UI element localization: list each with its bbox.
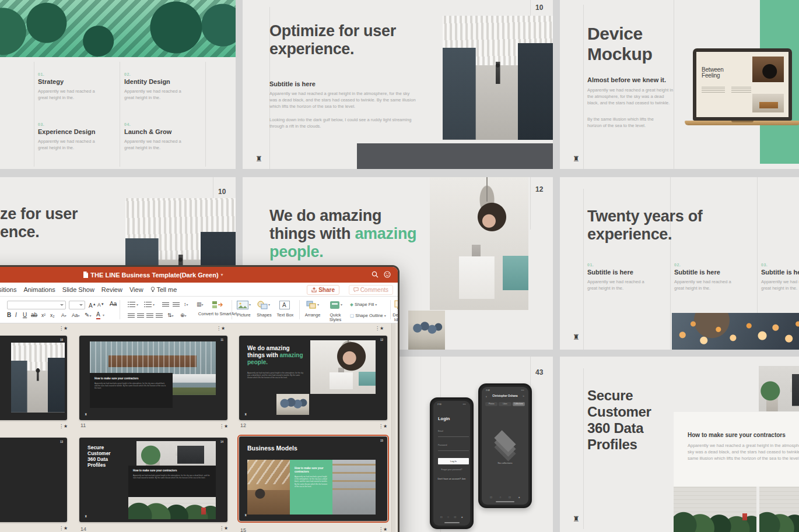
content-panel: How to make sure your contractors Appare… (674, 412, 799, 487)
subscript-button[interactable]: x₂ (50, 312, 55, 319)
slide-thumbnail-12[interactable]: We do amazing things with amazing people… (239, 336, 387, 420)
slide-thumbnail-11[interactable]: How to make sure your contractors Appare… (79, 336, 227, 420)
quick-styles-label[interactable]: Quick Styles (325, 313, 346, 322)
meeting-photo-green (0, 0, 236, 57)
character-spacing-button[interactable]: A▾ (61, 312, 66, 319)
shape-fill-button[interactable]: ◆ Shape Fill ▾ (350, 302, 377, 307)
quick-styles-caret[interactable]: ▾ (341, 302, 342, 306)
bullets-button[interactable] (128, 301, 135, 307)
slide-thumbnail-10[interactable]: 10 (0, 336, 67, 420)
bold-button[interactable]: B (7, 312, 11, 319)
tab-review[interactable]: Review (101, 283, 122, 297)
shrink-font-button[interactable]: A▼ (97, 301, 104, 308)
thumb-office-photo (247, 460, 290, 515)
underline-button[interactable]: U (23, 312, 27, 319)
column-number: 03. (761, 263, 799, 267)
shape-outline-button[interactable]: ▢ Shape Outline ▾ (350, 313, 386, 318)
font-color-caret[interactable]: ▾ (103, 313, 104, 317)
italic-button[interactable]: I (15, 312, 17, 319)
chevron-down-icon[interactable]: ▾ (221, 272, 223, 277)
align-center-button[interactable] (137, 312, 144, 318)
thumb-title: SecureCustomer 360 DataProfiles (87, 445, 111, 468)
tab-animations[interactable]: Animations (23, 283, 55, 297)
slide-thumbnail-14[interactable]: SecureCustomer 360 DataProfiles How to m… (79, 438, 227, 522)
numbering-caret[interactable]: ▾ (153, 302, 155, 306)
tab-view[interactable]: View (129, 283, 143, 297)
clear-formatting-button[interactable]: Aa (110, 301, 117, 308)
font-size-combo[interactable] (69, 301, 85, 309)
align-text-button[interactable]: ⊕▾ (180, 312, 187, 319)
status-icons: ▪▪▪ (521, 389, 524, 392)
slide-thumbnail-15-selected[interactable]: Business Models How to make sure your co… (239, 436, 387, 521)
add-icon: □ (454, 515, 456, 519)
decrease-indent-button[interactable] (162, 301, 169, 306)
page-number: 10 (535, 3, 543, 12)
slide-strategy: 01. Strategy Apparently we had reached a… (0, 0, 236, 169)
picture-icon[interactable] (237, 301, 248, 309)
feature-number: 01. (38, 72, 109, 76)
slide-sorter[interactable]: ⋮★ ⋮★ ⋮★ 10 ⋮★ How to make sure your con… (0, 323, 398, 532)
smartart-icon[interactable] (212, 300, 223, 309)
highlight-button[interactable]: ✎▾ (85, 312, 91, 319)
arrange-label[interactable]: Arrange (300, 313, 325, 318)
tab-slide-show[interactable]: Slide Show (62, 283, 94, 297)
grow-font-button[interactable]: A▲ (89, 301, 96, 309)
bullets-caret[interactable]: ▾ (136, 302, 138, 306)
document-icon (83, 272, 88, 278)
feature-item: 03. Experience Design Apparently we had … (38, 122, 109, 151)
text-direction-button[interactable]: ⇅▾ (167, 312, 174, 319)
justify-button[interactable] (156, 312, 163, 318)
home-indicator (444, 522, 460, 523)
share-button[interactable]: Share (307, 285, 339, 295)
strikethrough-button[interactable]: ab (31, 312, 37, 319)
bokeh-photo (672, 313, 799, 350)
home-indicator (496, 501, 514, 502)
align-right-button[interactable] (146, 312, 153, 318)
line-spacing-button[interactable]: ↕▾ (184, 301, 188, 308)
textbox-icon[interactable]: A (279, 301, 290, 309)
design-ideas-label[interactable]: DesignIdeas (390, 313, 400, 322)
superscript-button[interactable]: x² (41, 312, 45, 319)
textbox-label[interactable]: Text Box (275, 313, 296, 318)
numbering-button[interactable] (144, 301, 152, 307)
change-case-button[interactable]: Aa▾ (72, 312, 79, 319)
design-ideas-icon[interactable] (394, 300, 400, 309)
animation-star-icon: ⋮★ (379, 424, 387, 429)
quick-styles-icon[interactable] (330, 301, 340, 309)
font-name-combo[interactable] (7, 301, 66, 309)
shapes-caret[interactable]: ▾ (268, 302, 270, 306)
title-bar[interactable]: THE LINE Business Template(Dark Green) ▾ (0, 267, 398, 283)
feedback-smiley-icon[interactable] (384, 271, 391, 278)
comments-button[interactable]: Comments (349, 285, 393, 295)
ribbon-tab-bar: Transitions Animations Slide Show Review… (0, 283, 398, 297)
slide-title: Twenty years ofexperience. (587, 207, 703, 244)
join-link: Don't have an account? Join (433, 478, 470, 480)
column-number: 01. (587, 263, 660, 267)
align-left-button[interactable] (128, 312, 135, 318)
slide-body: Apparently we had reached a great height… (587, 87, 675, 106)
column-number: 02. (674, 263, 747, 267)
animation-star-icon: ⋮★ (59, 424, 68, 429)
increase-indent-button[interactable] (173, 301, 180, 306)
slide-optimize: 10 Optimize for userexperience. Subtitle… (243, 0, 553, 169)
tab-transitions[interactable]: Transitions (0, 283, 16, 297)
picture-caret[interactable]: ▾ (249, 302, 251, 306)
column-body: Apparently we had reached a great height… (587, 279, 654, 291)
arrange-icon[interactable] (306, 301, 317, 309)
columns-button[interactable]: ▥▾ (197, 301, 204, 308)
shapes-icon[interactable] (257, 301, 268, 309)
scrollbar-track[interactable] (391, 323, 395, 532)
subtitle-column: 03. Subtitle is here Apparently we had r… (761, 263, 799, 291)
search-icon[interactable] (372, 271, 379, 278)
plants-photo (759, 487, 799, 532)
plants-photo (674, 487, 756, 532)
arrange-caret[interactable]: ▾ (317, 302, 319, 306)
laptop-mockup: BetweenFeeling (693, 48, 792, 121)
shapes-label[interactable]: Shapes (253, 313, 276, 318)
margin-guide (583, 189, 584, 350)
slide-thumbnail-13[interactable]: ess witha decade ofience. Apparently we … (0, 438, 67, 522)
tab-photos: Photos (485, 402, 497, 406)
tab-tell-me[interactable]: Tell me (150, 283, 177, 297)
font-color-button[interactable]: A (96, 311, 100, 319)
thumb-title: Business Models (247, 445, 297, 452)
